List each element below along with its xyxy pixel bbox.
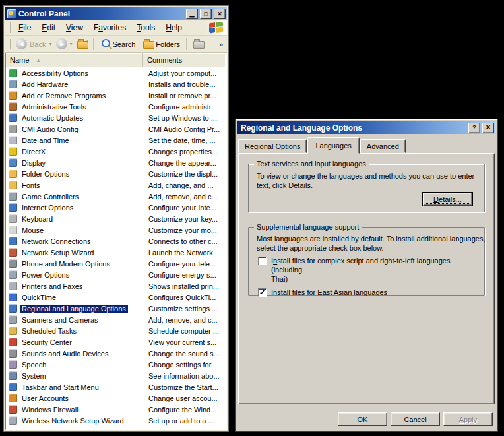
list-item[interactable]: CMI Audio ConfigCMI Audio Config Pr... <box>6 123 226 135</box>
close-button[interactable]: ✕ <box>214 9 226 19</box>
control-panel-window: Control Panel ▁ □ ✕ FileEditViewFavorite… <box>3 5 229 432</box>
text-services-legend: Text services and input languages <box>254 160 369 168</box>
checkmark-icon: ✓ <box>259 289 265 296</box>
folders-button[interactable]: Folders <box>156 40 180 48</box>
list-item[interactable]: Network Setup WizardLaunch the Network..… <box>6 247 226 258</box>
forward-icon: ▶ <box>60 42 64 47</box>
control-panel-titlebar[interactable]: Control Panel ▁ □ ✕ <box>5 7 227 20</box>
item-label: Add Hardware <box>20 80 70 88</box>
menu-item-file[interactable]: File <box>13 22 36 34</box>
item-comment: Configures QuickTi... <box>143 294 226 301</box>
list-item[interactable]: Folder OptionsCustomize the displ... <box>6 168 226 179</box>
apply-button[interactable]: Apply <box>443 412 493 426</box>
menu-item-view[interactable]: View <box>61 22 88 34</box>
toolbar-grip[interactable] <box>7 39 11 49</box>
back-dropdown-icon[interactable]: ▾ <box>49 41 51 47</box>
list-item[interactable]: Scheduled TasksSchedule computer ... <box>6 325 226 336</box>
list-item[interactable]: Administrative ToolsConfigure administr.… <box>6 101 226 112</box>
list-item[interactable]: Add or Remove ProgramsInstall or remove … <box>6 90 226 101</box>
list-item[interactable]: Sounds and Audio DevicesChange the sound… <box>6 348 226 359</box>
item-comment: Change user accou... <box>143 394 226 402</box>
item-label: User Accounts <box>20 394 71 402</box>
item-icon <box>9 147 17 156</box>
forward-dropdown-icon[interactable]: ▾ <box>69 41 72 47</box>
column-header-comments[interactable]: Comments <box>143 53 226 67</box>
dialog-titlebar[interactable]: Regional and Language Options ? ✕ <box>237 121 495 134</box>
minimize-button[interactable]: ▁ <box>186 9 198 19</box>
list-item[interactable]: Add HardwareInstalls and trouble... <box>6 78 226 90</box>
item-label: Accessibility Options <box>20 69 90 77</box>
help-button[interactable]: ? <box>468 123 480 133</box>
item-comment: Add, remove, and c... <box>143 193 226 201</box>
menu-item-favorites[interactable]: Favorites <box>88 22 131 34</box>
list-item[interactable]: Scanners and CamerasAdd, remove, and c..… <box>6 314 226 325</box>
back-button[interactable]: ◀ <box>16 38 27 49</box>
list-item[interactable]: FontsAdd, change, and ... <box>6 179 226 191</box>
item-label: Folder Options <box>20 170 71 178</box>
up-button[interactable]: ↑ <box>77 41 88 49</box>
item-icon <box>9 91 17 100</box>
list-item[interactable]: Game ControllersAdd, remove, and c... <box>6 191 226 202</box>
ok-button[interactable]: OK <box>338 412 387 426</box>
list-item[interactable]: Date and TimeSet the date, time, ... <box>6 135 226 146</box>
list-item[interactable]: Windows FirewallConfigure the Wind... <box>6 404 226 415</box>
column-header-comments-label: Comments <box>147 56 182 64</box>
move-to-button[interactable]: → <box>193 41 205 49</box>
complex-script-checkbox[interactable] <box>258 257 267 265</box>
list-header: Name ▲ Comments <box>6 53 226 67</box>
list-item[interactable]: DirectXChanges properties... <box>6 146 226 157</box>
menu-grip[interactable] <box>7 22 11 33</box>
tab-languages[interactable]: Languages <box>307 137 359 154</box>
cancel-button[interactable]: Cancel <box>391 412 440 426</box>
list-item[interactable]: Security CenterView your current s... <box>6 336 226 348</box>
item-comment: Launch the Network... <box>143 249 226 257</box>
list-item[interactable]: Printers and FaxesShows installed prin..… <box>6 280 226 292</box>
maximize-button[interactable]: □ <box>200 9 212 19</box>
forward-button[interactable]: ▶ <box>56 38 67 49</box>
item-label: QuickTime <box>20 294 58 301</box>
item-label: Phone and Modem Options <box>20 260 112 268</box>
list-item[interactable]: Phone and Modem OptionsConfigure your te… <box>6 258 226 269</box>
menu-item-tools[interactable]: Tools <box>131 22 160 34</box>
list-item[interactable]: User AccountsChange user accou... <box>6 392 226 404</box>
item-label: Add or Remove Programs <box>20 92 108 100</box>
east-asian-checkbox[interactable]: ✓ <box>258 288 267 297</box>
item-comment: Configure the Wind... <box>143 406 226 414</box>
text-services-line2: text, click Details. <box>257 181 476 190</box>
list-item[interactable]: Regional and Language OptionsCustomize s… <box>6 303 226 314</box>
list-item[interactable]: Power OptionsConfigure energy-s... <box>6 269 226 280</box>
list-item[interactable]: MouseCustomize your mo... <box>6 224 226 235</box>
menu-item-help[interactable]: Help <box>160 22 187 34</box>
column-header-name-label: Name <box>10 56 29 64</box>
item-comment: Changes properties... <box>143 148 226 156</box>
tab-regional-options[interactable]: Regional Options <box>238 139 307 153</box>
item-label: Administrative Tools <box>20 103 88 111</box>
supplemental-legend: Supplemental language support <box>254 223 362 231</box>
list-item[interactable]: Automatic UpdatesSet up Windows to ... <box>6 112 226 123</box>
item-label: Keyboard <box>20 215 55 223</box>
details-button[interactable]: Details... <box>423 193 472 206</box>
list-item[interactable]: Network ConnectionsConnects to other c..… <box>6 235 226 247</box>
list-item[interactable]: Accessibility OptionsAdjust your comput.… <box>6 67 226 78</box>
item-icon <box>9 125 17 133</box>
dialog-close-button[interactable]: ✕ <box>482 123 494 133</box>
list-item[interactable]: SpeechChange settings for... <box>6 359 226 370</box>
toolbar-overflow-button[interactable]: » <box>219 40 223 48</box>
item-icon <box>9 405 17 414</box>
column-header-name[interactable]: Name ▲ <box>6 53 143 67</box>
list-item[interactable]: Wireless Network Setup WizardSet up or a… <box>6 415 226 426</box>
item-comment: Add, remove, and c... <box>143 316 226 324</box>
list-item[interactable]: Taskbar and Start MenuCustomize the Star… <box>6 381 226 392</box>
tab-advanced[interactable]: Advanced <box>360 139 406 153</box>
list-item[interactable]: QuickTimeConfigures QuickTi... <box>6 292 226 303</box>
list-item[interactable]: Internet OptionsConfigure your Inte... <box>6 202 226 213</box>
list-item[interactable]: KeyboardCustomize your key... <box>6 213 226 224</box>
list-item[interactable]: DisplayChange the appear... <box>6 157 226 168</box>
list-item[interactable]: SystemSee information abo... <box>6 370 226 381</box>
menu-item-edit[interactable]: Edit <box>36 22 61 34</box>
item-label: Scheduled Tasks <box>20 327 79 335</box>
item-label: Printers and Faxes <box>20 282 84 290</box>
search-button[interactable]: Search <box>113 40 136 48</box>
back-label: Back <box>30 40 46 48</box>
item-icon <box>9 170 17 178</box>
